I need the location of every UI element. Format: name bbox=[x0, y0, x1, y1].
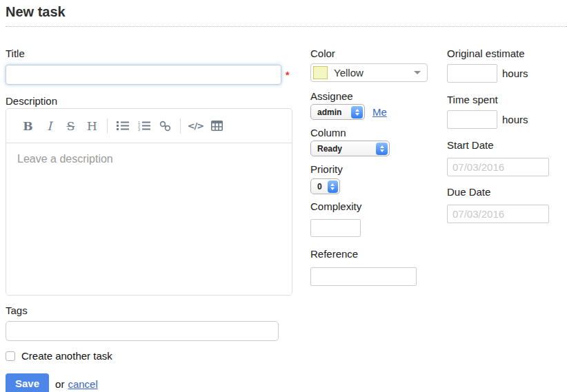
link-button[interactable] bbox=[155, 116, 176, 136]
page-title: New task bbox=[6, 4, 567, 27]
original-estimate-row: hours bbox=[447, 64, 566, 83]
ordered-list-icon: 1 2 3 bbox=[138, 121, 150, 131]
save-button[interactable]: Save bbox=[6, 373, 49, 392]
toolbar-divider bbox=[180, 118, 181, 134]
toolbar-divider bbox=[107, 118, 108, 134]
cancel-link[interactable]: cancel bbox=[68, 378, 97, 390]
hours-suffix: hours bbox=[502, 114, 528, 125]
select-stepper-icon bbox=[376, 143, 388, 155]
form-actions: Save or cancel bbox=[6, 373, 292, 392]
create-another-label[interactable]: Create another task bbox=[21, 350, 112, 362]
tags-input[interactable] bbox=[6, 321, 279, 341]
code-icon: </> bbox=[188, 121, 204, 131]
title-label: Title bbox=[6, 48, 292, 59]
priority-label: Priority bbox=[310, 163, 447, 175]
right-column: Original estimate hours Time spent hours… bbox=[447, 48, 566, 392]
complexity-input[interactable] bbox=[310, 219, 361, 237]
editor-body bbox=[6, 143, 292, 296]
title-row: * bbox=[6, 65, 292, 85]
start-date-label: Start Date bbox=[447, 139, 566, 151]
code-button[interactable]: </> bbox=[185, 116, 206, 136]
description-label: Description bbox=[6, 95, 292, 107]
time-spent-label: Time spent bbox=[447, 94, 566, 105]
priority-selected-value: 0 bbox=[317, 182, 322, 192]
required-asterisk: * bbox=[286, 70, 289, 81]
complexity-label: Complexity bbox=[310, 200, 447, 212]
create-another-row: Create another task bbox=[6, 350, 292, 362]
column-selected-value: Ready bbox=[317, 144, 370, 154]
assign-to-me-link[interactable]: Me bbox=[372, 106, 387, 118]
column-select[interactable]: Ready bbox=[310, 141, 390, 156]
title-input[interactable] bbox=[6, 65, 281, 85]
table-button[interactable] bbox=[206, 116, 228, 136]
or-text: or bbox=[55, 378, 64, 390]
svg-text:3: 3 bbox=[138, 127, 140, 131]
reference-label: Reference bbox=[310, 248, 447, 260]
table-icon bbox=[211, 121, 223, 131]
original-estimate-input[interactable] bbox=[447, 64, 497, 83]
italic-button[interactable]: I bbox=[39, 116, 60, 136]
link-icon bbox=[159, 121, 171, 132]
new-task-form: Title * Description B I S H bbox=[6, 48, 567, 392]
time-spent-row: hours bbox=[447, 110, 566, 129]
hours-suffix: hours bbox=[502, 68, 528, 79]
reference-input[interactable] bbox=[310, 267, 417, 286]
color-selected-value: Yellow bbox=[334, 67, 414, 79]
strikethrough-button[interactable]: S bbox=[60, 116, 81, 136]
color-select[interactable]: Yellow bbox=[310, 63, 428, 82]
chevron-down-icon bbox=[414, 71, 421, 74]
italic-icon: I bbox=[47, 119, 52, 133]
assignee-label: Assignee bbox=[310, 90, 447, 102]
left-column: Title * Description B I S H bbox=[6, 48, 292, 392]
bullet-list-button[interactable] bbox=[112, 116, 133, 136]
assignee-selected-value: admin bbox=[317, 107, 346, 117]
time-spent-input[interactable] bbox=[447, 110, 497, 129]
priority-select[interactable]: 0 bbox=[310, 178, 340, 194]
description-editor: B I S H bbox=[6, 108, 292, 296]
assignee-row: admin Me bbox=[310, 104, 447, 120]
original-estimate-label: Original estimate bbox=[447, 48, 566, 59]
tags-label: Tags bbox=[6, 305, 292, 316]
ordered-list-button[interactable]: 1 2 3 bbox=[133, 116, 155, 136]
create-another-checkbox[interactable] bbox=[6, 351, 15, 361]
strikethrough-icon: S bbox=[67, 119, 75, 133]
start-date-input[interactable] bbox=[447, 158, 549, 176]
select-stepper-icon bbox=[328, 180, 338, 193]
color-swatch-icon bbox=[313, 66, 328, 79]
heading-button[interactable]: H bbox=[81, 116, 103, 136]
middle-column: Color Yellow Assignee admin Me Column Re… bbox=[310, 48, 447, 392]
bold-button[interactable]: B bbox=[17, 116, 39, 136]
bold-icon: B bbox=[23, 119, 32, 133]
assignee-select[interactable]: admin bbox=[310, 104, 365, 120]
due-date-label: Due Date bbox=[447, 186, 566, 198]
color-label: Color bbox=[310, 48, 447, 59]
editor-toolbar: B I S H bbox=[6, 109, 292, 143]
due-date-input[interactable] bbox=[447, 205, 549, 223]
column-label: Column bbox=[310, 127, 447, 138]
description-input[interactable] bbox=[6, 143, 292, 296]
heading-icon: H bbox=[87, 119, 97, 133]
bullet-list-icon bbox=[117, 121, 129, 131]
select-stepper-icon bbox=[351, 106, 363, 118]
